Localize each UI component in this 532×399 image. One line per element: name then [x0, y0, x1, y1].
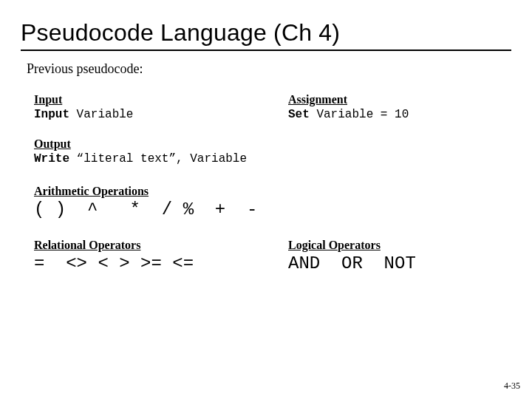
- slide: Pseudocode Language (Ch 4) Previous pseu…: [0, 0, 532, 399]
- logical-block: Logical Operators AND OR NOT: [288, 239, 416, 273]
- slide-number: 4-35: [504, 381, 520, 392]
- logical-head: Logical Operators: [288, 239, 416, 252]
- row-input-assignment: Input Input Variable Assignment Set Vari…: [34, 93, 511, 121]
- relational-ops: = <> < > >= <=: [34, 253, 256, 273]
- assignment-code: Set Variable = 10: [288, 108, 409, 121]
- relational-block: Relational Operators = <> < > >= <=: [34, 239, 256, 273]
- output-rest: “literal text”, Variable: [69, 152, 247, 166]
- content-area: Input Input Variable Assignment Set Vari…: [34, 93, 511, 273]
- assignment-head: Assignment: [288, 93, 409, 106]
- input-rest: Variable: [69, 108, 133, 121]
- page-title: Pseudocode Language (Ch 4): [21, 19, 511, 47]
- arithmetic-ops: ( ) ^ * / % + -: [34, 200, 511, 219]
- input-code: Input Variable: [34, 108, 256, 121]
- arithmetic-head: Arithmetic Operations: [34, 185, 511, 198]
- subtitle: Previous pseudocode:: [27, 61, 511, 77]
- input-block: Input Input Variable: [34, 93, 256, 121]
- logical-ops: AND OR NOT: [288, 253, 416, 273]
- title-rule: [21, 50, 511, 51]
- row-rel-log: Relational Operators = <> < > >= <= Logi…: [34, 239, 511, 273]
- input-keyword: Input: [34, 108, 69, 121]
- assignment-block: Assignment Set Variable = 10: [288, 93, 409, 121]
- output-code: Write “literal text”, Variable: [34, 152, 511, 166]
- input-head: Input: [34, 93, 256, 106]
- output-block: Output Write “literal text”, Variable: [34, 137, 511, 166]
- assignment-rest: Variable = 10: [310, 108, 409, 121]
- assignment-keyword: Set: [288, 108, 310, 121]
- relational-head: Relational Operators: [34, 239, 256, 252]
- arithmetic-block: Arithmetic Operations ( ) ^ * / % + -: [34, 185, 511, 219]
- output-keyword: Write: [34, 152, 69, 166]
- output-head: Output: [34, 137, 511, 151]
